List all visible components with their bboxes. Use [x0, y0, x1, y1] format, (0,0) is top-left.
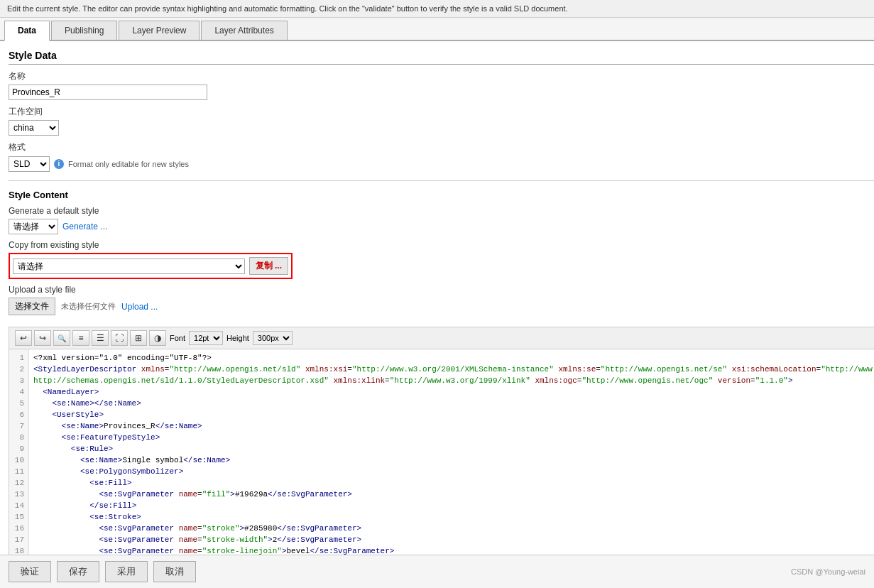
- height-label: Height: [226, 334, 249, 342]
- no-file-text: 未选择任何文件: [61, 301, 116, 312]
- redo-btn[interactable]: ↪: [34, 330, 51, 346]
- tab-data[interactable]: Data: [4, 21, 50, 41]
- format-select[interactable]: SLD CSS YSLD: [9, 156, 50, 172]
- format-note: Format only editable for new styles: [68, 160, 189, 168]
- tab-layer-attributes[interactable]: Layer Attributes: [201, 21, 287, 40]
- left-panel: Style Data 名称 工作空间 china (default) 格式 SL…: [9, 50, 874, 569]
- find-btn[interactable]: 🔍: [53, 330, 70, 346]
- copy-from-row: 请选择 复制 ...: [9, 253, 293, 279]
- copy-label: Copy from existing style: [9, 240, 874, 250]
- generate-label: Generate a default style: [9, 206, 874, 216]
- workspace-label: 工作空间: [9, 106, 874, 118]
- info-bar: Edit the current style. The editor can p…: [0, 0, 874, 18]
- info-message: Edit the current style. The editor can p…: [7, 4, 568, 13]
- upload-link-btn[interactable]: Upload ...: [121, 302, 158, 312]
- save-btn[interactable]: 保存: [57, 561, 99, 577]
- upload-label: Upload a style file: [9, 285, 874, 295]
- tab-layer-preview[interactable]: Layer Preview: [119, 21, 200, 40]
- format-btn[interactable]: ☰: [92, 330, 109, 346]
- apply-btn[interactable]: 采用: [105, 561, 148, 577]
- copy-btn[interactable]: 复制 ...: [249, 257, 288, 275]
- validate-btn[interactable]: 验证: [9, 561, 51, 577]
- workspace-row: china (default): [9, 120, 874, 136]
- main-content: Style Data 名称 工作空间 china (default) 格式 SL…: [0, 41, 874, 577]
- indent-btn[interactable]: ≡: [72, 330, 89, 346]
- code-editor[interactable]: 12345 678910 1112131415 1617181920 21222…: [9, 349, 874, 569]
- upload-row: 选择文件 未选择任何文件 Upload ...: [9, 298, 874, 315]
- format-info-icon[interactable]: i: [54, 159, 64, 169]
- height-select[interactable]: 200px 300px 400px 500px: [253, 331, 293, 345]
- undo-btn[interactable]: ↩: [15, 330, 32, 346]
- workspace-select[interactable]: china (default): [9, 120, 59, 136]
- generate-btn[interactable]: Generate ...: [62, 222, 107, 232]
- name-label: 名称: [9, 70, 874, 82]
- font-size-select[interactable]: 10pt 12pt 14pt 16pt: [189, 331, 223, 345]
- watermark: CSDN @Young-weiai: [791, 567, 865, 576]
- editor-toolbar: ↩ ↪ 🔍 ≡ ☰ ⛶ ⊞ ◑ Font 10pt 12pt 14pt 16pt…: [9, 327, 874, 349]
- name-input[interactable]: [9, 85, 207, 100]
- style-content-title: Style Content: [9, 190, 874, 200]
- bottom-bar: 验证 保存 采用 取消 CSDN @Young-weiai: [0, 555, 874, 577]
- generate-select[interactable]: 请选择 Point Line Polygon Raster: [9, 219, 58, 234]
- format-label: 格式: [9, 141, 874, 153]
- tab-publishing[interactable]: Publishing: [51, 21, 117, 40]
- font-label: Font: [170, 334, 185, 342]
- fullscreen-btn[interactable]: ⛶: [111, 330, 128, 346]
- format-row: SLD CSS YSLD i Format only editable for …: [9, 156, 874, 172]
- cancel-btn[interactable]: 取消: [153, 561, 196, 577]
- style-data-title: Style Data: [9, 50, 874, 65]
- line-numbers: 12345 678910 1112131415 1617181920 21222…: [9, 349, 29, 568]
- divider-1: [9, 180, 874, 181]
- tabs-bar: Data Publishing Layer Preview Layer Attr…: [0, 18, 874, 41]
- upload-file-btn[interactable]: 选择文件: [9, 298, 55, 315]
- code-content[interactable]: <?xml version="1.0" encoding="UTF-8"?> <…: [29, 349, 874, 568]
- copy-select[interactable]: 请选择: [13, 258, 245, 274]
- image-btn[interactable]: ⊞: [130, 330, 147, 346]
- generate-row: 请选择 Point Line Polygon Raster Generate .…: [9, 219, 874, 234]
- theme-btn[interactable]: ◑: [149, 330, 166, 346]
